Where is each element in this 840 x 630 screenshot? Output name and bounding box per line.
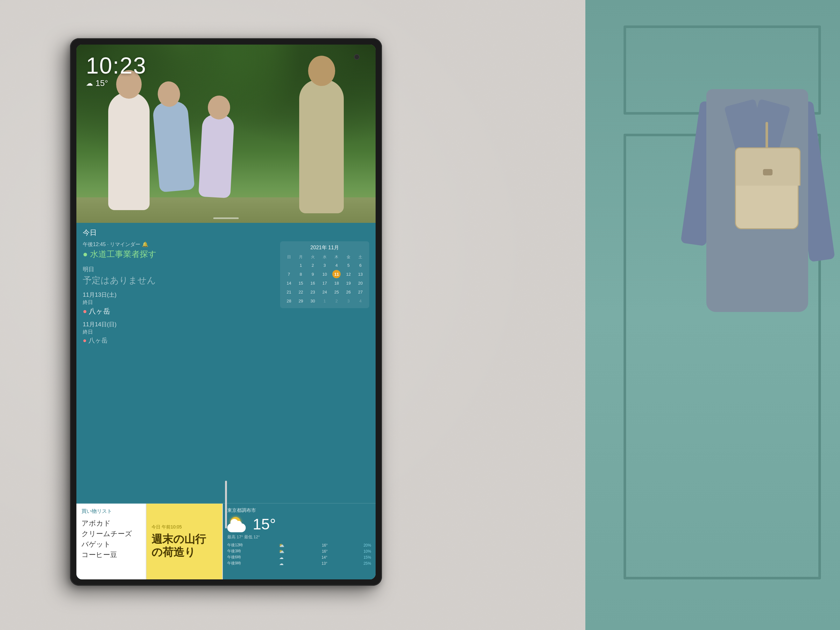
weather-overlay: ☁ 15° [86,78,147,88]
weather-icon-small: ☁ [86,79,93,88]
cal-day-12[interactable]: 12 [344,270,353,278]
cal-dh-sat: 土 [355,254,366,261]
cal-day-dec2: 2 [332,297,341,305]
cal-dh-fri: 金 [343,254,354,261]
schedule-item-today[interactable]: 午後12:45 · リマインダー 🔔 ● 水道工事業者探す [83,241,275,260]
cal-day-8[interactable]: 8 [297,270,305,278]
tomorrow-empty: 予定はありません [83,275,275,286]
cal-day-23[interactable]: 23 [309,288,317,296]
forecast-temp-4: 13° [318,561,327,566]
cal-day-17[interactable]: 17 [321,279,329,287]
weather-forecast: 午後12時 ⛅ 16° 20% 午後3時 ⛅ 16° 10% [227,542,371,566]
widget-weather[interactable]: 東京都調布市 15° 最高 17° 最低 12° 午後12時 [223,504,376,579]
weather-sun-cloud-icon [227,516,249,532]
forecast-icon-4: ☁ [279,561,284,566]
calendar-widget[interactable]: 2021年 11月 日 月 火 水 木 金 土 [280,241,369,308]
nov13-header: 11月13日(土) [83,291,275,298]
clock-overlay: 10:23 ☁ 15° [86,54,147,88]
cloud-icon [227,523,246,532]
cal-day-26[interactable]: 26 [344,288,353,296]
device-frame: 10:23 ☁ 15° 今日 [70,38,382,586]
cal-day-4[interactable]: 4 [332,261,341,269]
forecast-precip-1: 20% [362,543,371,548]
cal-day-9[interactable]: 9 [309,270,317,278]
weather-temp-big: 15° [253,515,276,533]
forecast-icon-3: ☁ [279,555,284,560]
schedule-item-time: 午後12:45 · リマインダー 🔔 [83,241,275,248]
photo-section[interactable]: 10:23 ☁ 15° [76,44,376,223]
cal-day-6[interactable]: 6 [356,261,365,269]
weather-temp-small: 15° [95,78,108,88]
cal-day-28[interactable]: 28 [285,297,293,305]
person-dad [299,80,344,213]
nov13-title: ● 八ヶ岳 [83,306,275,316]
forecast-row-3: 午後6時 ☁ 14° 15% [227,554,371,560]
shopping-item-1: アボカド [82,518,141,529]
shopping-title: 買い物リスト [82,508,141,515]
forecast-temp-1: 16° [318,543,328,548]
cal-day-21[interactable]: 21 [285,288,293,296]
nov13-type: 終日 [83,299,275,306]
tomorrow-header: 明日 [83,265,275,273]
forecast-row-1: 午後12時 ⛅ 16° 20% [227,542,371,548]
cal-day-dec1: 1 [321,297,329,305]
forecast-precip-2: 10% [362,549,371,554]
widget-note[interactable]: 今日 午前10:05 週末の山行の荷造り [147,504,223,579]
cal-dh-thu: 木 [331,254,342,261]
nov14-type: 終日 [83,329,275,336]
bag-clasp [763,169,772,175]
today-label: 今日 [83,228,369,237]
forecast-temp-3: 14° [318,555,327,560]
cal-day-27[interactable]: 27 [356,288,365,296]
forecast-time-3: 午後6時 [227,554,245,560]
cal-day-14[interactable]: 14 [285,279,293,287]
forecast-time-4: 午後9時 [227,561,245,566]
forecast-icon-1: ⛅ [279,543,284,548]
cal-day-18[interactable]: 18 [332,279,341,287]
forecast-precip-4: 25% [362,561,371,566]
cal-day-dec4: 4 [356,297,365,305]
cal-day-30[interactable]: 30 [309,297,317,305]
cal-day-7[interactable]: 7 [285,270,293,278]
nov14-title: ● 八ヶ岳 [83,336,275,345]
cal-day-13[interactable]: 13 [356,270,365,278]
bag-flap [735,147,801,186]
cal-day-5[interactable]: 5 [344,261,353,269]
cal-dh-sun: 日 [283,254,294,261]
nov14-header: 11月14日(日) [83,321,275,328]
cal-day-2[interactable]: 2 [309,261,317,269]
cal-day-11-today[interactable]: 11 [332,270,341,278]
scroll-indicator [213,218,239,219]
note-text: 週末の山行の荷造り [152,532,217,559]
schedule-item-title: ● 水道工事業者探す [83,249,275,260]
forecast-row-4: 午後9時 ☁ 13° 25% [227,561,371,566]
cal-day-22[interactable]: 22 [297,288,305,296]
cal-day-15[interactable]: 15 [297,279,305,287]
weather-range: 最高 17° 最低 12° [227,534,371,540]
cal-header: 2021年 11月 [283,245,366,251]
person-girl [198,114,234,198]
cal-day-20[interactable]: 20 [356,279,365,287]
forecast-temp-2: 16° [318,549,328,554]
forecast-icon-2: ⛅ [279,549,284,554]
cal-day-19[interactable]: 19 [344,279,353,287]
widget-shopping[interactable]: 買い物リスト アボカド クリームチーズ バゲット コーヒー豆 [76,504,147,579]
cal-day-3[interactable]: 3 [321,261,329,269]
shopping-item-3: バゲット [82,539,141,549]
cal-day-24[interactable]: 24 [321,288,329,296]
forecast-precip-3: 15% [362,555,371,560]
cal-grid: 日 月 火 水 木 金 土 1 2 [283,254,366,305]
note-time: 今日 午前10:05 [152,524,217,530]
cal-dh-wed: 水 [319,254,330,261]
cal-day-25[interactable]: 25 [332,288,341,296]
cal-day-16[interactable]: 16 [309,279,317,287]
power-cord [225,481,227,529]
forecast-time-1: 午後12時 [227,542,245,548]
cal-day-29[interactable]: 29 [297,297,305,305]
today-section: 今日 午後12:45 · リマインダー 🔔 ● 水道工事業者探す [76,223,376,503]
weather-city: 東京都調布市 [227,507,371,513]
cal-day-1[interactable]: 1 [297,261,305,269]
cal-day-10[interactable]: 10 [321,270,329,278]
shopping-item-4: コーヒー豆 [82,549,141,560]
cal-day-empty-1 [285,261,293,269]
